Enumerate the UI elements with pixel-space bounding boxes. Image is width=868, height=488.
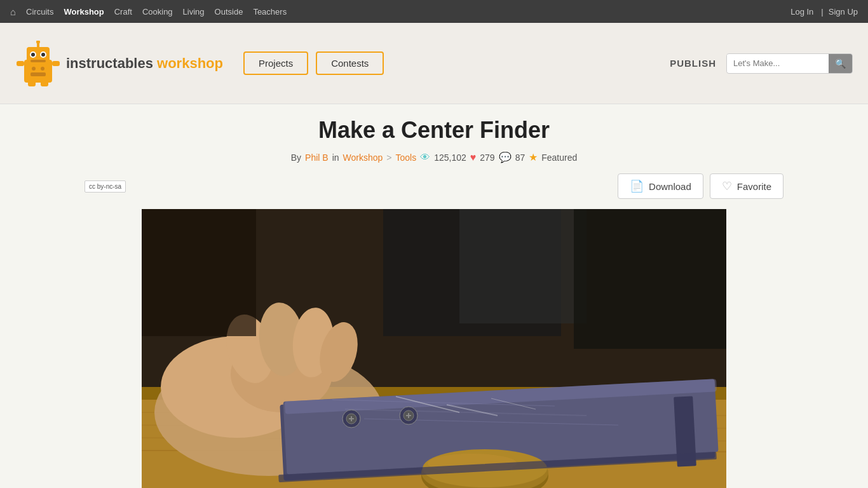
svg-point-3 (31, 53, 35, 57)
nav-item-teachers[interactable]: Teachers (253, 7, 287, 17)
cc-license: cc by-nc-sa (85, 180, 126, 193)
projects-button[interactable]: Projects (243, 51, 308, 75)
article-main-image (142, 209, 726, 488)
favorite-button[interactable]: ♡ Favorite (710, 173, 783, 199)
comments-count: 87 (515, 152, 526, 163)
svg-rect-55 (142, 209, 256, 336)
svg-point-13 (32, 67, 36, 71)
nav-item-circuits[interactable]: Circuits (26, 7, 53, 17)
svg-rect-12 (41, 80, 48, 86)
site-name: instructables workshop (66, 55, 223, 72)
download-button[interactable]: 📄 Download (618, 173, 703, 199)
favorite-label: Favorite (737, 181, 771, 192)
svg-rect-56 (574, 209, 726, 349)
search-input[interactable] (727, 55, 829, 72)
login-link[interactable]: Log In (790, 7, 813, 17)
category-link[interactable]: Workshop (343, 152, 383, 163)
action-buttons: 📄 Download ♡ Favorite (618, 173, 783, 199)
article-meta: By Phil B in Workshop > Tools 👁 125,102 … (82, 151, 786, 163)
heart-icon: ♡ (722, 179, 732, 193)
featured-star-icon: ★ (529, 151, 538, 163)
search-button[interactable]: 🔍 (829, 54, 852, 73)
subcategory-link[interactable]: Tools (396, 152, 417, 163)
article-header: Make a Center Finder By Phil B in Worksh… (82, 117, 786, 163)
search-bar: 🔍 (726, 53, 853, 74)
in-label: in (332, 152, 339, 163)
contests-button[interactable]: Contests (316, 51, 384, 75)
svg-rect-15 (31, 72, 46, 76)
article-title: Make a Center Finder (82, 117, 786, 144)
svg-rect-6 (31, 60, 46, 62)
nav-divider: | (821, 7, 823, 17)
featured-label: Featured (541, 152, 577, 163)
views-icon: 👁 (420, 152, 430, 163)
by-label: By (291, 152, 301, 163)
main-content: Make a Center Finder By Phil B in Worksh… (72, 104, 796, 488)
pdf-icon: 📄 (630, 179, 644, 193)
svg-rect-24 (459, 209, 587, 323)
svg-rect-11 (28, 80, 36, 86)
views-count: 125,102 (434, 152, 466, 163)
svg-rect-9 (17, 61, 24, 66)
publish-button[interactable]: PUBLISH (670, 58, 716, 69)
hearts-count: 279 (480, 152, 494, 163)
header-nav-buttons: Projects Contests (243, 51, 384, 75)
nav-item-outside[interactable]: Outside (215, 7, 243, 17)
download-label: Download (649, 181, 691, 192)
svg-rect-10 (52, 61, 60, 66)
header-right: PUBLISH 🔍 (670, 53, 853, 74)
svg-point-5 (41, 53, 45, 57)
signup-link[interactable]: Sign Up (829, 7, 858, 17)
category-separator: > (386, 152, 391, 163)
robot-logo-icon (15, 41, 61, 86)
comments-icon: 💬 (499, 151, 512, 163)
nav-item-craft[interactable]: Craft (114, 7, 132, 17)
main-image-container (82, 209, 786, 488)
logo-area[interactable]: instructables workshop (15, 41, 223, 86)
site-header: instructables workshop Projects Contests… (0, 23, 868, 104)
author-link[interactable]: Phil B (305, 152, 329, 163)
svg-point-8 (36, 41, 40, 44)
search-icon: 🔍 (835, 58, 846, 69)
article-actions: cc by-nc-sa 📄 Download ♡ Favorite (82, 173, 786, 199)
top-navigation: ⌂ Circuits Workshop Craft Cooking Living… (0, 0, 868, 23)
svg-point-14 (41, 67, 44, 71)
hearts-icon: ♥ (470, 152, 477, 163)
home-icon[interactable]: ⌂ (10, 6, 16, 17)
nav-item-living[interactable]: Living (183, 7, 205, 17)
nav-item-workshop[interactable]: Workshop (64, 7, 104, 17)
nav-item-cooking[interactable]: Cooking (142, 7, 173, 17)
